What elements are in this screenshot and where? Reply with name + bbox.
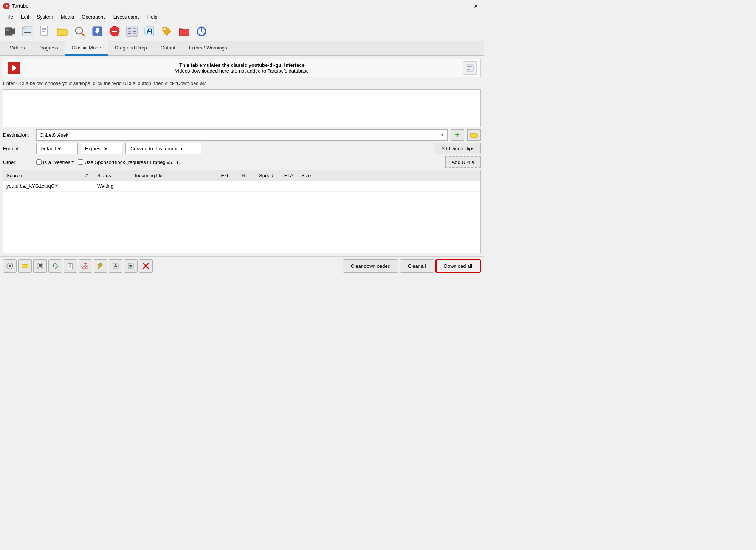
other-row: Other: Is a livestream Use SponsorBlock … — [3, 156, 481, 168]
menu-help[interactable]: Help — [144, 13, 161, 21]
search-btn[interactable] — [72, 23, 88, 39]
livestream-checkbox[interactable] — [36, 159, 42, 165]
svg-rect-4 — [6, 29, 9, 31]
clear-downloaded-btn[interactable]: Clear downloaded — [343, 259, 398, 273]
svg-rect-27 — [133, 31, 136, 32]
svg-rect-10 — [41, 26, 48, 35]
menu-operations[interactable]: Operations — [78, 13, 110, 21]
svg-rect-50 — [69, 263, 71, 264]
convert-format-btn[interactable]: Convert to this format ▼ — [125, 143, 201, 154]
menu-bar: File Edit System Media Operations Livest… — [0, 12, 484, 22]
destination-combo[interactable]: ▼ — [36, 129, 448, 141]
cell-eta — [279, 182, 298, 190]
banner-line1: This tab emulates the classic youtube-dl… — [24, 62, 460, 68]
format-quality-select-wrapper[interactable]: Highest High Medium Low — [81, 143, 122, 154]
tab-errors-warnings[interactable]: Errors / Warnings — [182, 41, 234, 56]
format-default-select[interactable]: Default MP4 WebM MP3 AAC OGG — [39, 145, 62, 152]
svg-rect-29 — [133, 33, 136, 34]
menu-file[interactable]: File — [2, 13, 17, 21]
destination-dropdown-arrow[interactable]: ▼ — [440, 133, 444, 137]
edit-btn[interactable] — [141, 23, 157, 39]
format-label: Format: — [3, 146, 33, 151]
cut-bottom-btn[interactable] — [79, 259, 92, 273]
banner-icon — [7, 61, 21, 75]
tab-output[interactable]: Output — [154, 41, 182, 56]
sponsorblock-label[interactable]: Use SponsorBlock (requires FFmpeg v5.1+) — [78, 159, 181, 165]
down-bottom-btn[interactable] — [124, 259, 138, 273]
svg-rect-42 — [471, 134, 477, 137]
record-btn[interactable] — [2, 23, 18, 39]
menu-edit[interactable]: Edit — [17, 13, 33, 21]
delete-bottom-btn[interactable] — [139, 259, 153, 273]
maximize-button[interactable]: □ — [460, 2, 469, 10]
add-video-clips-btn[interactable]: Add video clips — [435, 143, 481, 154]
folder-btn[interactable] — [54, 23, 70, 39]
wrench-bottom-btn[interactable] — [94, 259, 107, 273]
cell-source: youtu.be/_kYG1ctuqCY — [3, 182, 79, 190]
main-content: This tab emulates the classic youtube-dl… — [0, 56, 484, 256]
folder2-btn[interactable] — [176, 23, 192, 39]
add-urls-btn[interactable]: Add URLs — [445, 156, 481, 168]
livestream-label[interactable]: Is a livestream — [36, 159, 75, 165]
tab-bar: Videos Progress Classic Mode Drag and Dr… — [0, 41, 484, 56]
download-all-btn[interactable]: Download all — [435, 259, 481, 273]
refresh-bottom-btn[interactable] — [48, 259, 62, 273]
banner-text: This tab emulates the classic youtube-dl… — [24, 62, 460, 74]
browse-destination-btn[interactable] — [467, 129, 481, 141]
power-btn[interactable] — [194, 23, 209, 39]
bottom-toolbar: Clear downloaded Clear all Download all — [0, 256, 484, 275]
col-header-eta: ETA — [279, 172, 298, 179]
menu-livestreams[interactable]: Livestreams — [110, 13, 144, 21]
menu-system[interactable]: System — [33, 13, 57, 21]
add-destination-btn[interactable]: + — [451, 129, 464, 141]
download-table: Source # Status Incoming file Ext % Spee… — [3, 170, 481, 253]
banner-list-icon[interactable] — [463, 61, 477, 75]
destination-input[interactable] — [40, 132, 440, 138]
window-controls: − □ ✕ — [448, 2, 481, 10]
clipboard-bottom-btn[interactable] — [64, 259, 77, 273]
download-btn[interactable] — [89, 23, 105, 39]
play-bottom-btn[interactable] — [3, 259, 17, 273]
stop-btn[interactable] — [107, 23, 122, 39]
livestream-text: Is a livestream — [43, 159, 75, 165]
col-header-size: Size — [298, 172, 480, 179]
other-label: Other: — [3, 159, 33, 165]
info-banner: This tab emulates the classic youtube-dl… — [3, 59, 481, 77]
tab-classic-mode[interactable]: Classic Mode — [65, 41, 108, 56]
tab-videos[interactable]: Videos — [3, 41, 32, 56]
cell-pct — [234, 182, 253, 190]
close-button[interactable]: ✕ — [471, 2, 481, 10]
tab-drag-and-drop[interactable]: Drag and Drop — [108, 41, 154, 56]
clear-all-btn[interactable]: Clear all — [400, 259, 434, 273]
format-default-select-wrapper[interactable]: Default MP4 WebM MP3 AAC OGG — [36, 143, 78, 154]
tag-btn[interactable] — [159, 23, 175, 39]
svg-rect-24 — [128, 28, 131, 29]
sponsorblock-checkbox[interactable] — [78, 159, 83, 165]
table-header: Source # Status Incoming file Ext % Spee… — [3, 170, 480, 181]
settings-btn[interactable] — [124, 23, 140, 39]
open-folder-bottom-btn[interactable] — [18, 259, 32, 273]
sponsorblock-text: Use SponsorBlock (requires FFmpeg v5.1+) — [85, 159, 181, 165]
menu-media[interactable]: Media — [57, 13, 78, 21]
cell-size — [298, 182, 480, 190]
svg-rect-9 — [23, 28, 25, 29]
svg-point-32 — [163, 28, 166, 30]
svg-point-55 — [86, 267, 88, 269]
table-row[interactable]: youtu.be/_kYG1ctuqCY Waiting — [3, 181, 480, 192]
document-btn[interactable] — [37, 23, 53, 39]
svg-line-56 — [84, 265, 85, 267]
up-bottom-btn[interactable] — [109, 259, 122, 273]
url-input[interactable] — [3, 89, 481, 127]
stop-bottom-btn[interactable] — [33, 259, 47, 273]
svg-point-54 — [83, 267, 85, 269]
format-quality-select[interactable]: Highest High Medium Low — [84, 145, 109, 152]
instruction-text: Enter URLs below, choose your settings, … — [3, 80, 481, 87]
minimize-button[interactable]: − — [448, 2, 458, 10]
col-header-speed: Speed — [253, 172, 279, 179]
svg-point-17 — [76, 27, 82, 34]
tab-progress[interactable]: Progress — [32, 41, 65, 56]
col-header-status: Status — [94, 172, 132, 179]
cell-incoming — [132, 182, 215, 190]
list-btn[interactable] — [20, 23, 36, 39]
svg-rect-2 — [5, 28, 12, 35]
